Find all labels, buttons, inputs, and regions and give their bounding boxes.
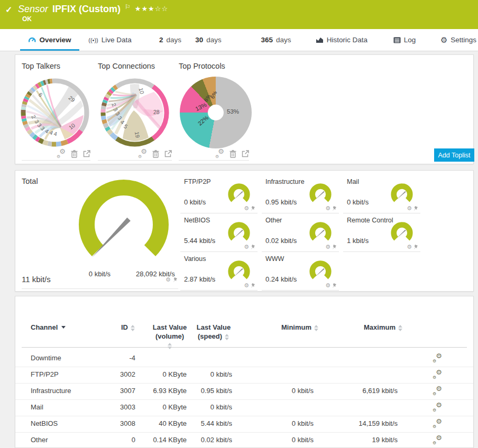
area-chart-icon (316, 36, 324, 43)
gauge-dial (390, 220, 414, 244)
cell-volume: 40 KByte (139, 416, 187, 432)
broadcast-icon: ((•)) (88, 37, 98, 43)
pin-icon[interactable] (173, 277, 178, 283)
channel-settings-icon[interactable]: ⚙⚙ (432, 401, 443, 414)
cell-id: 3003 (93, 399, 135, 415)
tab-overview[interactable]: Overview (20, 29, 79, 51)
channel-settings-icon[interactable]: ⚙⚙ (432, 352, 443, 365)
gear-icon: ⚙ (440, 36, 447, 44)
cell-speed: 0 kbit/s (185, 399, 232, 415)
gauge-value: 0.02 kbit/s (265, 237, 297, 245)
toplist-footer-connections: ⚙⚙ (98, 148, 172, 159)
chord-chart-talkers[interactable]: 6 29 10 2 3 3 3 4 4 4 (19, 77, 91, 148)
pin-icon[interactable] (332, 245, 337, 250)
cell-minimum: 0 kbit/s (261, 432, 314, 448)
gear-icon[interactable]: ⚙ (244, 283, 249, 288)
flag-icon[interactable]: ⚐ (125, 3, 131, 11)
toplist-options-icon[interactable]: ⚙⚙ (57, 150, 66, 158)
col-header-last-value-speed[interactable]: Last Value(speed) (192, 323, 235, 341)
trash-icon[interactable] (229, 150, 236, 158)
sort-icon (168, 343, 172, 349)
gear-icon[interactable]: ⚙ (325, 283, 330, 288)
gauge-label: Various (184, 255, 206, 263)
col-header-last-value-volume[interactable]: Last Value(volume) (149, 323, 191, 350)
trash-icon[interactable] (71, 150, 78, 158)
gauge-label: Other (265, 217, 282, 224)
gear-icon[interactable]: ⚙ (325, 244, 330, 250)
pin-icon[interactable] (251, 206, 255, 211)
trash-icon[interactable] (152, 150, 159, 158)
tab-30-days[interactable]: 30days (191, 29, 225, 51)
gear-icon[interactable]: ⚙ (244, 206, 249, 211)
tab-log[interactable]: Log (391, 29, 418, 51)
col-header-maximum[interactable]: Maximum (334, 323, 403, 332)
pin-icon[interactable] (332, 206, 337, 211)
pie-slice-label: 53% (227, 108, 239, 115)
cell-volume: 0.14 KByte (139, 432, 187, 448)
cell-id: 0 (93, 432, 135, 448)
gauge-panel-netbios: NetBIOS 5.44 kbit/s ⚙ (180, 213, 258, 252)
external-link-icon[interactable] (242, 150, 249, 157)
divider (22, 288, 178, 289)
gauge-label: Infrastructure (265, 178, 305, 185)
chord-chart-connections[interactable]: 10 28 19 2 3 3 3 4 5 (99, 77, 171, 148)
chord-value-label: 28 (153, 109, 160, 115)
channel-settings-icon[interactable]: ⚙⚙ (432, 434, 443, 446)
cell-channel: Other (31, 432, 48, 448)
toplist-footer-talkers: ⚙⚙ (22, 148, 90, 159)
gauge-dial (227, 258, 251, 283)
gauge-value: 0 kbit/s (347, 198, 369, 206)
gear-icon[interactable]: ⚙ (244, 244, 249, 250)
pin-icon[interactable] (413, 245, 418, 250)
gear-icon[interactable]: ⚙ (407, 244, 412, 250)
toplists-card: Top Talkers Top Connections Top Protocol… (15, 54, 474, 164)
table-row-ftp-p2p: FTP/P2P 3002 0 KByte 0 kbit/s ⚙⚙ (15, 367, 473, 384)
table-header-row: Channel ID Last Value(volume) Last Value… (15, 316, 473, 347)
pin-icon[interactable] (332, 283, 337, 288)
gauge-dial (308, 258, 333, 283)
gauge-dial (390, 181, 414, 206)
cell-id: -4 (93, 350, 135, 366)
gauge-min-label: 0 kbit/s (73, 270, 111, 278)
gear-icon[interactable]: ⚙ (325, 206, 330, 211)
channel-settings-icon[interactable]: ⚙⚙ (432, 417, 443, 430)
status-check-icon: ✓ (5, 5, 12, 15)
star-rating[interactable]: ★★★☆☆ (135, 5, 168, 13)
cell-minimum: 0 kbit/s (261, 416, 314, 432)
col-header-id[interactable]: ID (93, 323, 135, 332)
tab-bar: Overview ((•)) Live Data 2days 30days 36… (0, 29, 478, 51)
gear-icon[interactable]: ⚙ (407, 206, 412, 211)
pin-icon[interactable] (251, 283, 255, 288)
gauge-value: 0 kbit/s (184, 198, 206, 206)
channel-settings-icon[interactable]: ⚙⚙ (432, 368, 443, 381)
tab-live-data[interactable]: ((•)) Live Data (86, 29, 134, 51)
tab-2-days[interactable]: 2days (155, 29, 185, 51)
col-header-channel[interactable]: Channel (31, 323, 66, 332)
tab-365-days[interactable]: 365days (256, 29, 296, 51)
gauge-panel-www: WWW 0.24 kbit/s ⚙ (262, 252, 339, 291)
external-link-icon[interactable] (83, 150, 90, 157)
gauges-card: Total 0 kbit/s 28,092 kbit/s 11 kbit/s ⚙… (15, 170, 474, 292)
toplist-options-icon[interactable]: ⚙⚙ (138, 150, 147, 158)
gauge-panel-other: Other 0.02 kbit/s ⚙ (262, 213, 339, 252)
gauge-value: 2.87 kbit/s (184, 275, 215, 283)
pin-icon[interactable] (251, 245, 255, 250)
protocols-pie-chart[interactable] (180, 77, 252, 148)
tab-settings[interactable]: ⚙ Settings (439, 29, 478, 51)
table-row-other: Other 0 0.14 KByte 0.02 kbit/s 0 kbit/s … (15, 432, 473, 448)
add-toplist-button[interactable]: Add Toplist (434, 148, 474, 162)
col-header-minimum[interactable]: Minimum (261, 323, 319, 332)
gauge-value: 1 kbit/s (347, 237, 369, 245)
cell-maximum: 19 kbit/s (334, 432, 398, 448)
external-link-icon[interactable] (164, 150, 172, 157)
sensor-name: IPFIX (Custom) (52, 4, 121, 15)
tab-historic-data[interactable]: Historic Data (313, 29, 370, 51)
cell-id: 3008 (93, 416, 135, 432)
pin-icon[interactable] (413, 206, 418, 211)
gear-icon[interactable]: ⚙ (166, 277, 171, 283)
channel-settings-icon[interactable]: ⚙⚙ (432, 385, 443, 397)
sort-desc-icon (61, 326, 66, 329)
toplist-options-icon[interactable]: ⚙⚙ (215, 150, 224, 158)
cell-channel: FTP/P2P (31, 367, 59, 382)
cell-speed: 0 kbit/s (185, 367, 232, 382)
